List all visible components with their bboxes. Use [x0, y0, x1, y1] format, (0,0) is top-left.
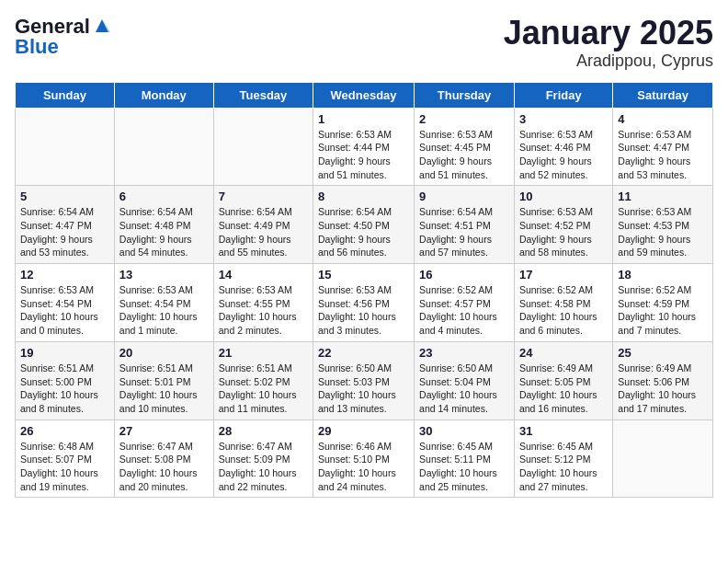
day-info: Sunrise: 6:46 AM Sunset: 5:10 PM Dayligh… — [318, 440, 409, 494]
day-info: Sunrise: 6:53 AM Sunset: 4:46 PM Dayligh… — [519, 128, 608, 182]
calendar-table: Sunday Monday Tuesday Wednesday Thursday… — [15, 82, 713, 499]
calendar-cell: 13Sunrise: 6:53 AM Sunset: 4:54 PM Dayli… — [114, 264, 213, 342]
day-info: Sunrise: 6:45 AM Sunset: 5:12 PM Dayligh… — [519, 440, 608, 494]
day-number: 17 — [519, 268, 608, 282]
logo-blue-text: Blue — [15, 35, 59, 59]
day-number: 1 — [318, 112, 409, 126]
day-info: Sunrise: 6:49 AM Sunset: 5:06 PM Dayligh… — [618, 362, 708, 416]
calendar-week-row: 26Sunrise: 6:48 AM Sunset: 5:07 PM Dayli… — [16, 419, 713, 498]
col-sunday: Sunday — [16, 82, 115, 108]
calendar-cell: 9Sunrise: 6:54 AM Sunset: 4:51 PM Daylig… — [415, 186, 515, 264]
calendar-cell: 21Sunrise: 6:51 AM Sunset: 5:02 PM Dayli… — [213, 341, 313, 419]
calendar-cell: 18Sunrise: 6:52 AM Sunset: 4:59 PM Dayli… — [613, 264, 713, 342]
day-number: 18 — [618, 268, 708, 282]
day-number: 5 — [20, 190, 109, 203]
calendar-cell: 7Sunrise: 6:54 AM Sunset: 4:49 PM Daylig… — [213, 186, 313, 264]
day-info: Sunrise: 6:51 AM Sunset: 5:02 PM Dayligh… — [219, 362, 308, 416]
calendar-cell: 8Sunrise: 6:54 AM Sunset: 4:50 PM Daylig… — [313, 186, 415, 264]
calendar-cell: 1Sunrise: 6:53 AM Sunset: 4:44 PM Daylig… — [313, 108, 415, 186]
calendar-cell — [613, 419, 713, 498]
day-number: 21 — [219, 346, 308, 360]
day-number: 9 — [419, 190, 509, 203]
day-number: 7 — [219, 190, 308, 203]
calendar-subtitle: Aradippou, Cyprus — [504, 52, 713, 71]
svg-marker-0 — [96, 19, 108, 32]
day-info: Sunrise: 6:54 AM Sunset: 4:47 PM Dayligh… — [20, 205, 109, 259]
day-info: Sunrise: 6:51 AM Sunset: 5:01 PM Dayligh… — [119, 362, 209, 416]
col-wednesday: Wednesday — [313, 82, 415, 108]
day-number: 4 — [618, 112, 708, 126]
day-number: 16 — [419, 268, 509, 282]
day-number: 13 — [119, 268, 209, 282]
logo-icon — [92, 16, 112, 36]
day-info: Sunrise: 6:53 AM Sunset: 4:56 PM Dayligh… — [318, 283, 409, 338]
calendar-cell: 31Sunrise: 6:45 AM Sunset: 5:12 PM Dayli… — [514, 419, 612, 498]
calendar-cell — [213, 108, 313, 186]
title-block: January 2025 Aradippou, Cyprus — [504, 15, 713, 71]
calendar-cell: 5Sunrise: 6:54 AM Sunset: 4:47 PM Daylig… — [16, 186, 115, 264]
day-number: 23 — [419, 346, 509, 360]
day-number: 2 — [419, 112, 509, 126]
calendar-cell: 12Sunrise: 6:53 AM Sunset: 4:54 PM Dayli… — [16, 264, 115, 342]
day-number: 12 — [20, 268, 109, 282]
page-header: General Blue January 2025 Aradippou, Cyp… — [15, 15, 713, 71]
day-number: 30 — [419, 424, 509, 438]
calendar-header-row: Sunday Monday Tuesday Wednesday Thursday… — [16, 82, 713, 108]
calendar-cell: 22Sunrise: 6:50 AM Sunset: 5:03 PM Dayli… — [313, 341, 415, 419]
day-number: 6 — [119, 190, 209, 203]
calendar-cell: 20Sunrise: 6:51 AM Sunset: 5:01 PM Dayli… — [114, 341, 213, 419]
calendar-cell — [114, 108, 213, 186]
day-number: 11 — [618, 190, 708, 203]
day-info: Sunrise: 6:53 AM Sunset: 4:54 PM Dayligh… — [119, 283, 209, 338]
calendar-cell: 28Sunrise: 6:47 AM Sunset: 5:09 PM Dayli… — [213, 419, 313, 498]
calendar-cell: 29Sunrise: 6:46 AM Sunset: 5:10 PM Dayli… — [313, 419, 415, 498]
calendar-cell: 26Sunrise: 6:48 AM Sunset: 5:07 PM Dayli… — [16, 419, 115, 498]
day-info: Sunrise: 6:53 AM Sunset: 4:44 PM Dayligh… — [318, 128, 409, 182]
calendar-cell: 23Sunrise: 6:50 AM Sunset: 5:04 PM Dayli… — [415, 341, 515, 419]
calendar-week-row: 12Sunrise: 6:53 AM Sunset: 4:54 PM Dayli… — [16, 264, 713, 342]
day-info: Sunrise: 6:52 AM Sunset: 4:57 PM Dayligh… — [419, 283, 509, 338]
day-info: Sunrise: 6:51 AM Sunset: 5:00 PM Dayligh… — [20, 362, 109, 416]
col-monday: Monday — [114, 82, 213, 108]
calendar-cell: 4Sunrise: 6:53 AM Sunset: 4:47 PM Daylig… — [613, 108, 713, 186]
calendar-cell: 25Sunrise: 6:49 AM Sunset: 5:06 PM Dayli… — [613, 341, 713, 419]
calendar-cell: 6Sunrise: 6:54 AM Sunset: 4:48 PM Daylig… — [114, 186, 213, 264]
day-number: 10 — [519, 190, 608, 203]
day-number: 31 — [519, 424, 608, 438]
calendar-title: January 2025 — [504, 15, 713, 52]
calendar-cell: 19Sunrise: 6:51 AM Sunset: 5:00 PM Dayli… — [16, 341, 115, 419]
calendar-week-row: 1Sunrise: 6:53 AM Sunset: 4:44 PM Daylig… — [16, 108, 713, 186]
col-tuesday: Tuesday — [213, 82, 313, 108]
col-friday: Friday — [514, 82, 612, 108]
day-number: 27 — [119, 424, 209, 438]
calendar-week-row: 19Sunrise: 6:51 AM Sunset: 5:00 PM Dayli… — [16, 341, 713, 419]
day-info: Sunrise: 6:50 AM Sunset: 5:04 PM Dayligh… — [419, 362, 509, 416]
col-saturday: Saturday — [613, 82, 713, 108]
day-info: Sunrise: 6:54 AM Sunset: 4:51 PM Dayligh… — [419, 205, 509, 259]
day-number: 14 — [219, 268, 308, 282]
day-number: 3 — [519, 112, 608, 126]
day-info: Sunrise: 6:47 AM Sunset: 5:09 PM Dayligh… — [219, 440, 308, 494]
calendar-cell: 14Sunrise: 6:53 AM Sunset: 4:55 PM Dayli… — [213, 264, 313, 342]
calendar-cell — [16, 108, 115, 186]
day-number: 22 — [318, 346, 409, 360]
day-info: Sunrise: 6:47 AM Sunset: 5:08 PM Dayligh… — [119, 440, 209, 494]
logo: General Blue — [15, 15, 112, 59]
day-number: 8 — [318, 190, 409, 203]
day-info: Sunrise: 6:53 AM Sunset: 4:52 PM Dayligh… — [519, 205, 608, 259]
day-info: Sunrise: 6:53 AM Sunset: 4:53 PM Dayligh… — [618, 205, 708, 259]
calendar-cell: 3Sunrise: 6:53 AM Sunset: 4:46 PM Daylig… — [514, 108, 612, 186]
day-info: Sunrise: 6:48 AM Sunset: 5:07 PM Dayligh… — [20, 440, 109, 494]
col-thursday: Thursday — [415, 82, 515, 108]
day-number: 26 — [20, 424, 109, 438]
day-info: Sunrise: 6:52 AM Sunset: 4:59 PM Dayligh… — [618, 283, 708, 338]
calendar-cell: 15Sunrise: 6:53 AM Sunset: 4:56 PM Dayli… — [313, 264, 415, 342]
day-info: Sunrise: 6:49 AM Sunset: 5:05 PM Dayligh… — [519, 362, 608, 416]
calendar-cell: 30Sunrise: 6:45 AM Sunset: 5:11 PM Dayli… — [415, 419, 515, 498]
calendar-cell: 24Sunrise: 6:49 AM Sunset: 5:05 PM Dayli… — [514, 341, 612, 419]
day-number: 24 — [519, 346, 608, 360]
day-info: Sunrise: 6:53 AM Sunset: 4:47 PM Dayligh… — [618, 128, 708, 182]
day-info: Sunrise: 6:50 AM Sunset: 5:03 PM Dayligh… — [318, 362, 409, 416]
day-number: 20 — [119, 346, 209, 360]
day-number: 28 — [219, 424, 308, 438]
